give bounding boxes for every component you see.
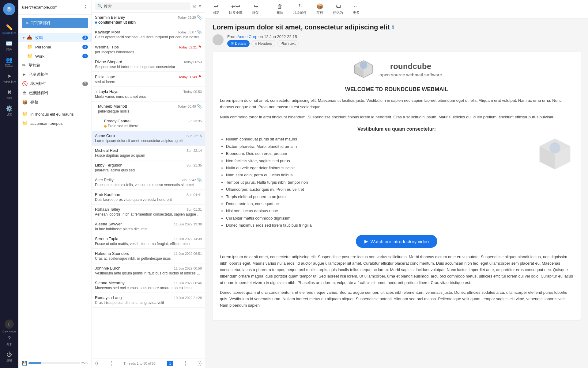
sidebar-item-sent[interactable]: ➤ 已发送邮件 — [0, 70, 18, 86]
nav-archive[interactable]: 📦 存档 — [18, 98, 92, 107]
nav-sent[interactable]: ➤ 已发送邮件 — [18, 70, 92, 79]
email-time: Today 03:29 📎 — [178, 15, 202, 20]
page-nav-next[interactable]: ⟩ — [185, 360, 187, 366]
junk-button[interactable]: ⏱ 垃圾邮件 — [291, 2, 309, 16]
email-time: Sun 09:42 📎 — [181, 178, 202, 182]
email-item[interactable]: Micheal ReidSun 22:14Fusce dapibus augue… — [92, 146, 205, 160]
nav-junk[interactable]: 🚫 垃圾邮件 7 — [18, 79, 92, 88]
email-item[interactable]: Rumaysa Lang10 Jun 2022 21:28Cras tristi… — [92, 293, 205, 308]
delete-button[interactable]: 🗑 删除 — [274, 2, 286, 16]
more-icon: ⋯ — [353, 3, 359, 10]
logout-icon: ⏻ — [6, 351, 12, 358]
thread-expand-icon[interactable]: ▷ — [95, 90, 97, 94]
nav-deleted[interactable]: 🗑 已删除邮件 — [18, 88, 92, 98]
sender-name: Freddy Cantrell — [104, 119, 131, 123]
email-item[interactable]: Rohaan TalleySun 01:31Aenean lobortis, n… — [92, 205, 205, 219]
sidebar-item-settings[interactable]: ⚙️ 设置 — [0, 103, 18, 119]
sender-name: Rumaysa Lang — [95, 295, 122, 300]
page-nav-last[interactable]: ⟩⟩ — [198, 360, 202, 366]
email-item[interactable]: Kayleigh MoraToday 03:07 📎Class aptent t… — [92, 27, 205, 42]
email-item[interactable]: Freddy CantrellFri 23:35Proin sed mi lib… — [92, 116, 205, 131]
nav-header: user@example.com ⋮ — [18, 0, 92, 15]
nav-work[interactable]: 📁 Work 1 — [18, 52, 92, 61]
email-item[interactable]: Libby FergusonSun 21:35pharetra lacinia … — [92, 160, 205, 175]
nav-personal[interactable]: 📁 Personal 3 — [18, 42, 92, 52]
compose-icon-btn: ✏ — [26, 21, 29, 25]
expand-icon: ▼ — [22, 36, 25, 40]
list-item: Dictum pharetra. Morbi blandit id urna i… — [226, 143, 530, 150]
sidebar-item-about[interactable]: ? 关于 — [0, 333, 18, 349]
tab-headers[interactable]: ≡ Headers — [251, 40, 275, 47]
sidebar-item-mail[interactable]: ✉️ 邮件 — [0, 38, 18, 54]
reply-icon: ↩ — [214, 3, 218, 10]
email-subject-line: per Inceptos himenaeos — [95, 50, 202, 54]
sender-name: Sharmin Bellamy — [95, 15, 125, 20]
sender-name: Webmail Tips — [95, 45, 119, 49]
svg-point-2 — [8, 7, 10, 9]
email-item[interactable]: Divine ShepardToday 00:53Suspendisse id … — [92, 57, 205, 72]
sort-icon[interactable]: ▼ — [198, 4, 202, 8]
search-box: 🔍 — [95, 2, 190, 10]
forward-button[interactable]: ↪ 转发 — [250, 2, 262, 16]
watch-video-button[interactable]: ▶ Watch our introductory video — [356, 235, 437, 248]
email-item[interactable]: Elicia HopeToday 00:49 ⚑sed ut lorem — [92, 72, 205, 87]
email-item[interactable]: Webmail TipsToday 02:21 ⚑per Inceptos hi… — [92, 42, 205, 57]
meta-info: From Acme Corp on 12 Jun 2022 22:15 ✉ De… — [227, 34, 581, 47]
nav-drafts[interactable]: ✏ 草稿箱 — [18, 61, 92, 70]
reply-button[interactable]: ↩ 回复 — [210, 2, 222, 16]
meta-tabs: ✉ Details ≡ Headers Plain text — [227, 40, 581, 47]
folder-icon-2: 📁 — [22, 121, 28, 126]
email-item[interactable]: Aleena Sawyer11 Jun 2022 19:38In hac hab… — [92, 219, 205, 234]
filter-icon[interactable]: ✉ — [192, 3, 196, 9]
page-nav-first[interactable]: ⟨⟨ — [95, 360, 99, 366]
email-item[interactable]: Alec ReillySun 09:42 📎Praesent luctus ex… — [92, 175, 205, 190]
more-button[interactable]: ⋯ 更多 — [350, 2, 362, 16]
sidebar-item-contacts[interactable]: 👥 联系人 — [0, 54, 18, 70]
sender-name: Sienna Mccarthy — [95, 281, 125, 285]
page-nav-prev[interactable]: ⟨ — [110, 360, 112, 366]
sender-name: Divine Shepard — [95, 59, 122, 64]
email-item[interactable]: Sienna Mccarthy11 Jun 2022 00:46Maecenas… — [92, 278, 205, 293]
sender-name: Alec Reilly — [95, 178, 114, 182]
compose-icon: ✏️ — [6, 24, 13, 31]
dark-mode-toggle[interactable]: ☾ — [5, 320, 14, 329]
list-item: Nam sem odio, porta eu luctus finibus — [226, 171, 530, 178]
tab-details[interactable]: ✉ Details — [227, 40, 250, 47]
email-item[interactable]: ▷Layla HaysToday 00:53Morbi varius nunc … — [92, 87, 205, 102]
email-list-header: 🔍 ✉ ▼ — [92, 0, 205, 13]
email-subject: Lorem ipsum dolor sit amet, consectetur … — [213, 23, 581, 31]
sidebar-item-help[interactable]: ✖ 帮助 — [0, 86, 18, 103]
vestibulum-section: Vestibulum eu quam consectetur: Nullam c… — [220, 126, 573, 229]
email-item[interactable]: Serena Tapia11 Jun 2022 14:39Fusce ut od… — [92, 234, 205, 249]
email-item[interactable]: Muneeb MarriottToday 00:49 📎pellentesque… — [92, 102, 205, 116]
search-input[interactable] — [104, 4, 188, 9]
email-item[interactable]: Emir KaufmanSun 04:41Duis laoreet eros v… — [92, 190, 205, 205]
email-item[interactable]: Acme CorpSun 22:15Lorem ipsum dolor sit … — [92, 131, 205, 146]
list-item: Donec ante leo, consequat ac — [226, 200, 530, 207]
compose-button[interactable]: ✏ 写写新邮件 — [22, 18, 88, 28]
reply-all-button[interactable]: ↩↩ 回复全部 — [227, 2, 245, 16]
sidebar-item-compose[interactable]: ✏️ 写写新邮件 — [0, 21, 18, 38]
email-item[interactable]: Sharmin BellamyToday 03:29 📎condimentum … — [92, 13, 205, 27]
nav-folder2[interactable]: 📁 accumsan tempus — [18, 119, 92, 128]
email-time: Sun 01:31 — [187, 208, 202, 211]
nav-inbox[interactable]: ▼ 📥 收箱 3 — [18, 33, 92, 42]
nav-menu-icon[interactable]: ⋮ — [83, 4, 88, 10]
page-1-btn[interactable]: 1 — [167, 361, 173, 366]
email-subject-line: Suspendisse id tortor nec mi egestas con… — [95, 65, 202, 69]
inbox-badge: 3 — [82, 36, 88, 40]
tab-plaintext[interactable]: Plain text — [277, 40, 299, 47]
nav-folder1[interactable]: 📁 In rhoncus elit eu mauris — [18, 109, 92, 119]
email-subject-line: condimentum ut nibh — [95, 20, 202, 25]
flag-icon: ⚑ — [198, 74, 202, 79]
from-name-link[interactable]: Acme Corp — [237, 34, 257, 39]
email-item[interactable]: Haleema Saunders11 Jun 2022 06:51Cras ac… — [92, 249, 205, 263]
email-subject-line: Cras tristique blandit nunc, ac gravida … — [95, 301, 202, 305]
archive-button[interactable]: 📦 存档 — [314, 2, 326, 16]
tag-button[interactable]: 🏷 标记为 — [330, 2, 345, 16]
sidebar-item-logout[interactable]: ⏻ 注销 — [0, 349, 18, 365]
email-item[interactable]: Johnnie Burch11 Jun 2022 00:59Vestibulum… — [92, 263, 205, 278]
toolbar: ↩ 回复 ↩↩ 回复全部 ↪ 转发 🗑 删除 ⏱ 垃圾邮件 📦 存档 🏷 标记为 — [205, 0, 588, 18]
email-time: 11 Jun 2022 14:39 — [174, 237, 202, 241]
email-meta: From Acme Corp on 12 Jun 2022 22:15 ✉ De… — [213, 34, 581, 47]
